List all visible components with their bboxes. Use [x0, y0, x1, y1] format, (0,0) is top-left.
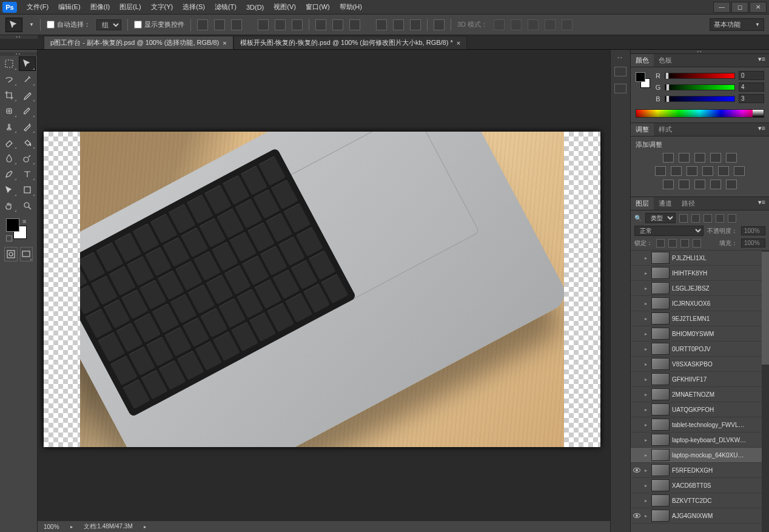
- layer-row[interactable]: ▸IHIHTFK8YH: [631, 266, 762, 281]
- layer-name[interactable]: PJLZHLI1XL: [672, 255, 707, 261]
- layer-thumbnail[interactable]: [651, 510, 670, 522]
- align-icon[interactable]: [231, 19, 242, 30]
- document-tab[interactable]: p图工作台 - 副本-恢复的.psd @ 100% (选择功能, RGB/8)×: [44, 36, 233, 49]
- filter-type-icon[interactable]: [704, 214, 712, 223]
- menu-window[interactable]: 窗口(W): [301, 1, 335, 13]
- layer-row[interactable]: ▸LSGLJEJBSZ: [631, 281, 762, 296]
- menu-help[interactable]: 帮助(H): [335, 1, 367, 13]
- spectrum-ramp[interactable]: [636, 109, 764, 118]
- quickmask-icon[interactable]: [4, 247, 18, 261]
- foreground-color-swatch[interactable]: [6, 218, 19, 232]
- close-button[interactable]: ✕: [750, 2, 767, 13]
- layer-thumbnail[interactable]: [651, 252, 670, 264]
- distribute-icon[interactable]: [315, 19, 326, 30]
- tab-adjustments[interactable]: 调整: [631, 123, 654, 136]
- expand-icon[interactable]: ▸: [643, 286, 649, 291]
- chevron-icon[interactable]: ▸: [70, 524, 73, 530]
- menu-type[interactable]: 文字(Y): [146, 1, 178, 13]
- expand-icon[interactable]: ▸: [643, 422, 649, 428]
- panel-menu-icon[interactable]: ▾≡: [754, 123, 769, 136]
- tab-styles[interactable]: 样式: [654, 123, 677, 136]
- zoom-level[interactable]: 100%: [44, 524, 59, 530]
- lock-all-icon[interactable]: [693, 239, 701, 247]
- layer-name[interactable]: laptop-keyboard_DLVKW…: [672, 437, 746, 443]
- tab-layers[interactable]: 图层: [631, 197, 654, 210]
- menu-layer[interactable]: 图层(L): [115, 1, 146, 13]
- threshold-icon[interactable]: [694, 180, 705, 189]
- current-tool-icon[interactable]: [5, 18, 22, 32]
- layer-thumbnail[interactable]: [651, 297, 670, 309]
- align-icon[interactable]: [197, 19, 208, 30]
- layer-name[interactable]: 0URTT0POJV: [672, 346, 711, 352]
- lock-pos-icon[interactable]: [680, 239, 689, 247]
- layer-name[interactable]: GFKHIIVF17: [672, 376, 707, 383]
- layer-name[interactable]: laptop-mockup_64K0XU…: [672, 452, 744, 459]
- blur-tool[interactable]: [1, 151, 18, 166]
- shape-tool[interactable]: [19, 183, 36, 197]
- layer-row[interactable]: ▸GFKHIIVF17: [631, 372, 762, 387]
- layer-row[interactable]: ▸V8SXASKPBO: [631, 357, 762, 372]
- layer-row[interactable]: ▸UATQGKPFOH: [631, 402, 762, 417]
- layer-thumbnail[interactable]: [651, 358, 670, 370]
- opacity-value[interactable]: 100%: [741, 226, 765, 235]
- g-value[interactable]: 4: [739, 82, 764, 92]
- hue-icon[interactable]: [655, 166, 666, 176]
- expand-icon[interactable]: ▸: [643, 483, 649, 488]
- layer-name[interactable]: F5RFEDKXGH: [672, 467, 713, 474]
- lookup-icon[interactable]: [734, 166, 745, 176]
- layer-name[interactable]: BZKVTTC2DC: [672, 497, 712, 504]
- layer-thumbnail[interactable]: [651, 464, 670, 476]
- history-brush-tool[interactable]: [19, 120, 36, 134]
- gradient-map-icon[interactable]: [710, 180, 721, 189]
- arrange-icon[interactable]: [434, 19, 445, 30]
- layer-thumbnail[interactable]: [651, 267, 670, 279]
- tab-channels[interactable]: 通道: [654, 197, 677, 210]
- expand-icon[interactable]: ▸: [643, 407, 649, 412]
- layer-row[interactable]: ▸F5RFEDKXGH: [631, 463, 762, 478]
- panel-menu-icon[interactable]: ▾≡: [754, 54, 769, 67]
- search-icon[interactable]: 🔍: [634, 215, 642, 221]
- layer-thumbnail[interactable]: [651, 434, 670, 446]
- layer-name[interactable]: V8SXASKPBO: [672, 361, 713, 368]
- stamp-tool[interactable]: [1, 120, 18, 134]
- chevron-icon[interactable]: ▸: [144, 524, 146, 530]
- pen-tool[interactable]: [1, 167, 18, 181]
- dodge-tool[interactable]: [19, 151, 36, 166]
- layer-row[interactable]: ▸0URTT0POJV: [631, 342, 762, 357]
- 3d-icon[interactable]: [511, 19, 522, 30]
- lock-trans-icon[interactable]: [656, 239, 665, 247]
- layer-thumbnail[interactable]: [651, 312, 670, 325]
- layer-thumbnail[interactable]: [651, 494, 670, 507]
- default-colors-icon[interactable]: [6, 235, 12, 241]
- layer-thumbnail[interactable]: [651, 479, 670, 491]
- expand-icon[interactable]: ▸: [643, 468, 649, 473]
- distribute-icon[interactable]: [332, 19, 343, 30]
- exposure-icon[interactable]: [710, 153, 721, 163]
- layer-name[interactable]: 9EJ2TLEMN1: [672, 315, 710, 322]
- layer-row[interactable]: ▸9EJ2TLEMN1: [631, 311, 762, 326]
- move-tool[interactable]: [19, 56, 36, 71]
- bucket-tool[interactable]: [19, 135, 36, 150]
- filter-pixel-icon[interactable]: [679, 214, 688, 223]
- layer-row[interactable]: ▸BZKVTTC2DC: [631, 493, 762, 508]
- layer-name[interactable]: tablet-technology_FWVL…: [672, 422, 745, 428]
- layer-name[interactable]: ICJRNXUOX6: [672, 300, 710, 307]
- scrollbar[interactable]: [762, 251, 769, 532]
- curves-icon[interactable]: [694, 153, 705, 163]
- align-icon[interactable]: [292, 19, 303, 30]
- expand-icon[interactable]: ▸: [643, 271, 649, 276]
- expand-icon[interactable]: ▸: [643, 392, 649, 397]
- type-tool[interactable]: [19, 167, 36, 181]
- distribute-icon[interactable]: [393, 19, 404, 30]
- expand-icon[interactable]: ▸: [643, 437, 649, 443]
- menu-image[interactable]: 图像(I): [86, 1, 115, 13]
- g-slider[interactable]: [665, 84, 735, 90]
- layer-row[interactable]: ▸BHIOM0YSWM: [631, 326, 762, 342]
- layer-name[interactable]: UATQGKPFOH: [672, 406, 714, 413]
- tab-swatches[interactable]: 色板: [654, 54, 677, 67]
- balance-icon[interactable]: [671, 166, 682, 176]
- expand-icon[interactable]: ▸: [643, 513, 649, 519]
- expand-icon[interactable]: ▸: [643, 316, 649, 322]
- swap-colors-icon[interactable]: ⤭: [22, 218, 27, 224]
- layer-row[interactable]: ▸XACD6BTT0S: [631, 478, 762, 493]
